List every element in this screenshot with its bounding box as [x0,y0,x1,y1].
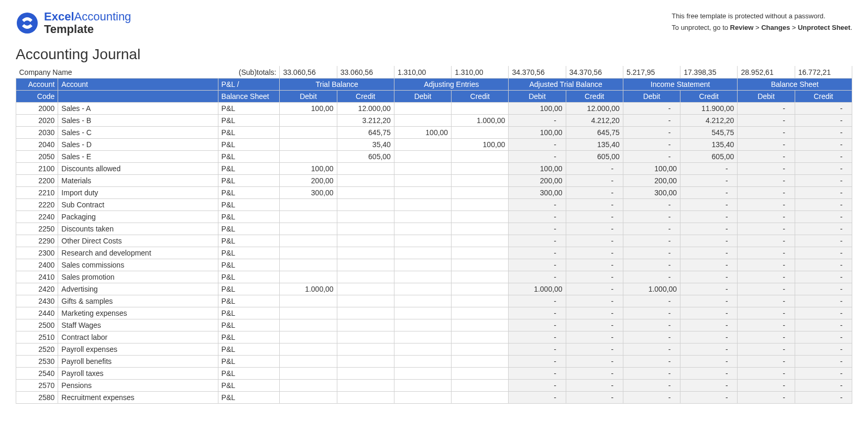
value-cell[interactable]: - [623,367,680,379]
table-row[interactable]: 2100Discounts allowedP&L100,00100,00- 10… [16,162,852,174]
value-cell[interactable] [280,235,337,247]
value-cell[interactable]: 100,00 [394,126,451,138]
value-cell[interactable]: - [566,391,623,403]
account-code[interactable]: 2050 [16,150,58,162]
value-cell[interactable]: 300,00 [623,186,680,198]
value-cell[interactable]: - [509,379,566,391]
journal-table[interactable]: Company Name (Sub)totals: 33.060,56 33.0… [16,66,852,404]
value-cell[interactable]: - [738,235,795,247]
account-name[interactable]: Sales - C [58,126,218,138]
value-cell[interactable]: 200,00 [509,174,566,186]
value-cell[interactable]: 100,00 [452,138,509,150]
account-code[interactable]: 2440 [16,307,58,319]
value-cell[interactable]: 100,00 [509,162,566,174]
value-cell[interactable]: - [738,247,795,259]
value-cell[interactable] [394,367,451,379]
value-cell[interactable]: - [566,367,623,379]
account-type[interactable]: P&L [218,174,280,186]
value-cell[interactable]: - [566,271,623,283]
value-cell[interactable]: - [738,138,795,150]
table-row[interactable]: 2440Marketing expensesP&L- - - - - - [16,307,852,319]
value-cell[interactable] [394,391,451,403]
table-row[interactable]: 2250Discounts takenP&L- - - - - - [16,223,852,235]
value-cell[interactable] [337,211,394,223]
value-cell[interactable]: - [795,138,852,150]
value-cell[interactable] [280,391,337,403]
value-cell[interactable] [280,114,337,126]
account-name[interactable]: Sales promotion [58,271,218,283]
value-cell[interactable]: - [566,211,623,223]
value-cell[interactable]: 100,00 [280,102,337,114]
value-cell[interactable] [394,319,451,331]
value-cell[interactable] [452,391,509,403]
value-cell[interactable] [337,235,394,247]
value-cell[interactable] [337,367,394,379]
value-cell[interactable]: - [680,235,738,247]
value-cell[interactable] [337,355,394,367]
account-type[interactable]: P&L [218,367,280,379]
value-cell[interactable] [394,295,451,307]
value-cell[interactable] [337,379,394,391]
value-cell[interactable]: - [795,186,852,198]
value-cell[interactable] [337,162,394,174]
value-cell[interactable]: - [795,295,852,307]
value-cell[interactable]: - [566,295,623,307]
value-cell[interactable] [280,271,337,283]
account-type[interactable]: P&L [218,198,280,211]
value-cell[interactable] [394,355,451,367]
account-type[interactable]: P&L [218,355,280,367]
value-cell[interactable] [394,379,451,391]
value-cell[interactable] [394,150,451,162]
account-code[interactable]: 2200 [16,174,58,186]
value-cell[interactable] [452,223,509,235]
account-name[interactable]: Advertising [58,283,218,295]
value-cell[interactable]: 100,00 [623,162,680,174]
account-name[interactable]: Other Direct Costs [58,235,218,247]
account-name[interactable]: Materials [58,174,218,186]
account-name[interactable]: Discounts allowed [58,162,218,174]
value-cell[interactable]: - [795,259,852,271]
value-cell[interactable]: - [509,355,566,367]
value-cell[interactable] [452,102,509,114]
value-cell[interactable]: - [566,379,623,391]
value-cell[interactable]: - [738,331,795,343]
table-row[interactable]: 2420AdvertisingP&L1.000,001.000,00- 1.00… [16,283,852,295]
value-cell[interactable]: - [680,343,738,355]
value-cell[interactable]: 11.900,00 [680,102,738,114]
value-cell[interactable] [280,211,337,223]
value-cell[interactable] [280,138,337,150]
value-cell[interactable]: - [623,331,680,343]
value-cell[interactable]: - [566,307,623,319]
table-row[interactable]: 2030Sales - CP&L645,75100,00100,00645,75… [16,126,852,138]
value-cell[interactable] [280,198,337,211]
table-row[interactable]: 2050Sales - EP&L605,00- 605,00- 605,00- … [16,150,852,162]
account-code[interactable]: 2000 [16,102,58,114]
table-row[interactable]: 2200MaterialsP&L200,00200,00- 200,00- - … [16,174,852,186]
value-cell[interactable]: - [623,355,680,367]
value-cell[interactable]: 4.212,20 [680,114,738,126]
value-cell[interactable]: - [623,138,680,150]
value-cell[interactable]: 135,40 [680,138,738,150]
account-type[interactable]: P&L [218,295,280,307]
value-cell[interactable]: - [738,295,795,307]
value-cell[interactable]: - [623,150,680,162]
value-cell[interactable]: - [623,319,680,331]
account-type[interactable]: P&L [218,114,280,126]
account-name[interactable]: Marketing expenses [58,307,218,319]
value-cell[interactable] [394,186,451,198]
value-cell[interactable] [452,247,509,259]
value-cell[interactable]: 645,75 [566,126,623,138]
value-cell[interactable] [280,259,337,271]
account-name[interactable]: Sales - A [58,102,218,114]
account-code[interactable]: 2250 [16,223,58,235]
value-cell[interactable]: - [738,211,795,223]
value-cell[interactable] [452,307,509,319]
account-code[interactable]: 2420 [16,283,58,295]
value-cell[interactable]: - [623,247,680,259]
value-cell[interactable]: - [509,223,566,235]
value-cell[interactable]: 645,75 [337,126,394,138]
value-cell[interactable]: - [623,379,680,391]
value-cell[interactable]: - [566,247,623,259]
value-cell[interactable] [337,295,394,307]
account-code[interactable]: 2220 [16,198,58,211]
